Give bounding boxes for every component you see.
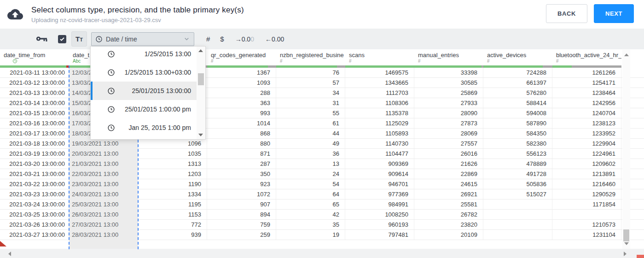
table-cell: 1195: [138, 199, 207, 209]
type-confidence-bar: [483, 65, 552, 68]
clock-icon: [107, 87, 115, 95]
back-button[interactable]: BACK: [546, 4, 587, 23]
table-cell: 2021-03-21 13:00:00: [0, 169, 69, 179]
table-cell: 977369: [345, 189, 414, 199]
page-header: Select columns type, precision, and the …: [0, 0, 644, 29]
increase-decimals-button[interactable]: →0.00: [235, 35, 254, 43]
table-cell: 1238464: [552, 88, 621, 98]
date-format-option-label: 25/01/2015 13:00:00: [115, 87, 191, 94]
table-cell: 36: [276, 149, 345, 158]
text-type-button[interactable]: TT: [71, 31, 87, 47]
column-type-select[interactable]: Date / time: [91, 32, 194, 46]
table-cell: 23/03/2021 13:00: [69, 179, 138, 189]
date-format-option-label: 1/25/2015 13:00+03:00: [115, 69, 191, 76]
table-row: 2021-03-22 13:00:0023/03/2021 13:0011909…: [0, 179, 644, 189]
table-cell: 1231104: [552, 230, 621, 240]
scroll-left-arrow-icon[interactable]: [8, 252, 11, 256]
table-cell: 1216460: [552, 179, 621, 189]
table-cell: 1093: [207, 78, 276, 88]
column-name: qr_codes_generated: [207, 49, 276, 59]
column-name: date_time_from: [0, 49, 69, 59]
table-cell: 20/03/2021 13:00: [69, 149, 138, 158]
table-cell: 984991: [345, 199, 414, 209]
decrease-decimals-button[interactable]: ←0.00: [265, 35, 284, 43]
type-confidence-bar: [0, 65, 69, 68]
currency-type-button[interactable]: $: [220, 35, 224, 43]
column-header-nzbn_registered_busine[interactable]: nzbn_registered_busine#: [276, 49, 345, 68]
table-cell: 20109: [414, 230, 483, 240]
vertical-scrollbar-thumb[interactable]: [623, 229, 629, 241]
table-cell: 28090: [414, 108, 483, 118]
table-cell: 909614: [345, 169, 414, 179]
table-cell: 27/03/2021 13:00: [69, 220, 138, 229]
text-type-label-small: T: [80, 37, 83, 42]
date-format-option[interactable]: 25/01/2015 13:00:00: [91, 82, 197, 100]
table-cell: 25/03/2021 13:00: [69, 199, 138, 209]
dropdown-scrollbar-thumb[interactable]: [198, 73, 204, 85]
scroll-down-arrow-icon[interactable]: [624, 242, 629, 245]
table-cell: 26921: [414, 189, 483, 199]
primary-key-icon[interactable]: [36, 36, 48, 42]
table-cell: 76: [276, 68, 345, 77]
table-cell: 759: [207, 220, 276, 229]
clock-icon: [12, 59, 17, 64]
column-header-qr_codes_generated[interactable]: qr_codes_generated#: [207, 49, 276, 68]
column-header-date_time_from[interactable]: date_time_from: [0, 49, 69, 68]
table-cell: 939: [138, 230, 207, 240]
scroll-right-arrow-icon[interactable]: [624, 252, 627, 256]
type-confidence-bar-segment: [483, 65, 543, 68]
column-type-number-label: #: [345, 59, 414, 64]
table-cell: 1125029: [345, 118, 414, 128]
table-cell: 556123: [483, 149, 552, 158]
table-cell: 288: [207, 88, 276, 98]
table-cell: 1469575: [345, 68, 414, 77]
table-cell: 1072: [207, 189, 276, 199]
table-cell: 49: [276, 139, 345, 148]
table-cell: 960193: [345, 220, 414, 229]
dropdown-scrollbar[interactable]: [197, 47, 205, 139]
vertical-scrollbar[interactable]: [622, 50, 630, 249]
table-row: 2021-03-25 13:00:0026/03/2021 13:0011538…: [0, 210, 644, 220]
table-cell: 1108306: [345, 98, 414, 108]
dropdown-scroll-down-icon[interactable]: [198, 134, 203, 136]
table-cell: 661397: [483, 78, 552, 88]
table-cell: 33398: [414, 68, 483, 77]
date-format-option[interactable]: 25/01/2015 1:00:00 pm: [91, 100, 197, 118]
table-cell: 2021-03-19 13:00:00: [0, 149, 69, 158]
table-cell: 24: [276, 169, 345, 179]
date-format-option[interactable]: Jan 25, 2015 1:00 pm: [91, 118, 197, 137]
table-cell: 1210573: [552, 220, 621, 229]
number-type-button[interactable]: #: [206, 35, 210, 43]
table-cell: 797481: [345, 230, 414, 240]
type-confidence-bar: [276, 65, 345, 68]
table-cell: 1190: [138, 179, 207, 189]
date-format-option[interactable]: 1/25/2015 13:00: [91, 46, 197, 63]
column-header-active_devices[interactable]: active_devices#: [483, 49, 552, 68]
column-header-manual_entries[interactable]: manual_entries#: [414, 49, 483, 68]
include-column-checkbox[interactable]: [58, 35, 66, 43]
type-confidence-bar-segment: [268, 65, 276, 68]
table-cell: 350: [207, 169, 276, 179]
table-row: 2021-03-27 13:00:0028/03/2021 13:0093925…: [0, 230, 644, 240]
table-cell: 54: [276, 179, 345, 189]
table-cell: 1334: [138, 189, 207, 199]
horizontal-scrollbar[interactable]: [0, 249, 644, 258]
table-cell: 26782: [414, 210, 483, 219]
table-cell: 27873: [414, 118, 483, 128]
cloud-upload-icon: [7, 6, 23, 22]
table-cell: 582380: [483, 139, 552, 148]
column-type-number-label: #: [207, 59, 276, 64]
scroll-up-arrow-icon[interactable]: [624, 53, 629, 56]
column-name: manual_entries: [414, 49, 483, 59]
date-format-option[interactable]: 1/25/2015 13:00+03:00: [91, 63, 197, 82]
column-header-bluetooth_active_24_hr_[interactable]: bluetooth_active_24_hr_#: [552, 49, 621, 68]
column-header-scans[interactable]: scans#: [345, 49, 414, 68]
table-cell: 25869: [414, 88, 483, 98]
dropdown-scroll-up-icon[interactable]: [198, 49, 203, 52]
next-button[interactable]: NEXT: [594, 4, 634, 23]
table-cell: 21626: [414, 159, 483, 169]
table-cell: 64: [276, 189, 345, 199]
table-cell: 1203: [138, 169, 207, 179]
table-cell: 1242956: [552, 98, 621, 108]
horizontal-scrollbar-thumb[interactable]: [637, 255, 644, 258]
